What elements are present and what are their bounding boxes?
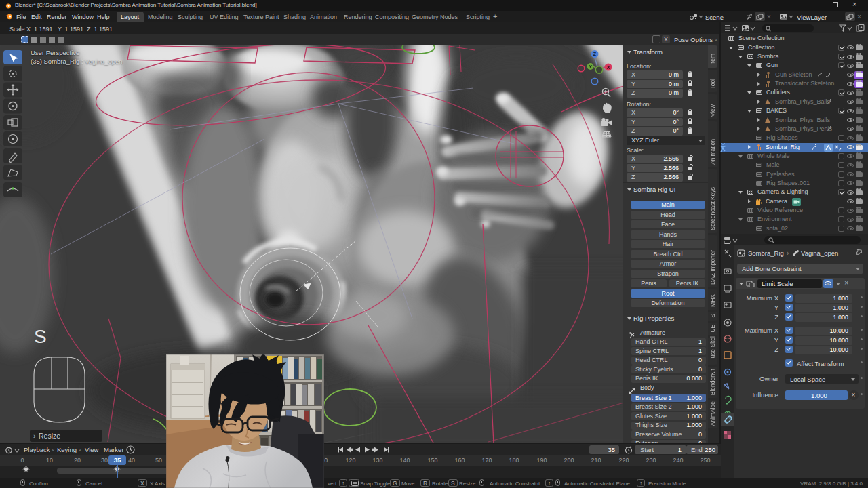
svg-text:Resize: Resize [39, 432, 60, 440]
svg-text:X: X [607, 65, 610, 70]
svg-text:S: S [34, 326, 47, 347]
svg-text:Z: Z [593, 52, 597, 56]
svg-text:Y: Y [589, 64, 592, 69]
svg-text:›: › [33, 432, 36, 440]
